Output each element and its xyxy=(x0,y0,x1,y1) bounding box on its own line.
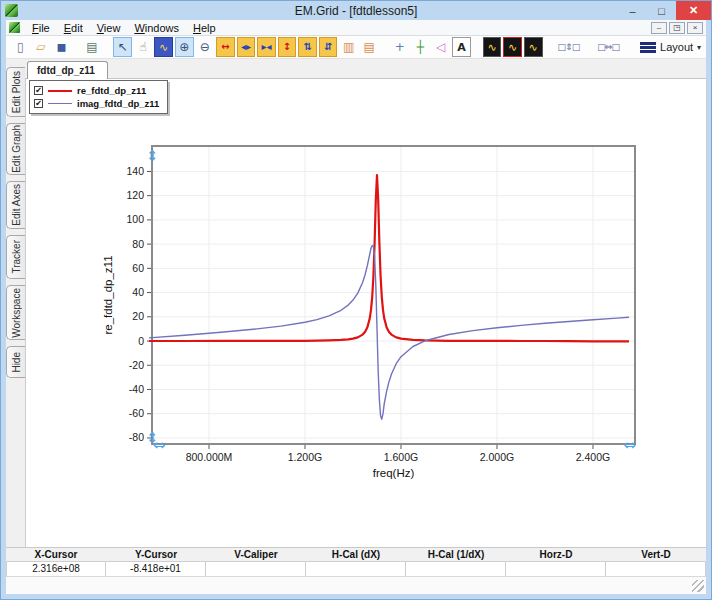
select-arrow-icon[interactable]: ↖ xyxy=(113,37,132,57)
status-value: 2.316e+08 xyxy=(6,561,106,577)
x-tick-label: 800.000M xyxy=(186,451,233,463)
expand-y-icon[interactable]: ↕ xyxy=(278,37,297,57)
zoom-in-icon[interactable]: ⊕ xyxy=(175,37,194,57)
legend-checkbox[interactable]: ✔ xyxy=(34,99,43,108)
status-header: Horz-D xyxy=(506,548,606,561)
sidebar-tab-edit-graph[interactable]: Edit Graph xyxy=(6,123,25,175)
scale-x-in-icon[interactable]: ▸◂ xyxy=(257,37,276,57)
sidebar-tab-tracker[interactable]: Tracker xyxy=(6,235,25,279)
sidebar-tab-hide[interactable]: Hide xyxy=(6,346,25,378)
sidebar-tab-label: Edit Plots xyxy=(11,65,22,119)
plot-canvas[interactable]: 800.000M1.200G1.600G2.000G2.400G-80-60-4… xyxy=(26,79,708,549)
crosshair-icon[interactable]: + xyxy=(391,37,410,57)
print-icon[interactable]: ▤ xyxy=(83,37,102,57)
scale-y-in-icon[interactable]: ⇵ xyxy=(319,37,338,57)
app-window: EM.Grid - [fdtdlesson5] – □ ✕ File Edit … xyxy=(0,0,712,600)
new-graph-icon[interactable]: ∿ xyxy=(524,37,543,57)
chevron-down-icon: ▾ xyxy=(697,43,701,52)
y-tick-label: 20 xyxy=(132,310,144,322)
y-tick-label: 40 xyxy=(132,286,144,298)
document-logo-icon xyxy=(9,22,20,33)
menu-windows[interactable]: Windows xyxy=(127,21,186,35)
copy-graph-icon[interactable]: ∿ xyxy=(483,37,502,57)
y-tick-label: 0 xyxy=(138,335,144,347)
zoom-out-icon[interactable]: ⊖ xyxy=(196,37,215,57)
toolbar: ▯▱◼▤↖☝∿⊕⊖↔◂▸▸◂↕⇅⇵▥▤+┼◁A∿∿∿□⇕□□⇔□Layout▾ xyxy=(6,36,706,59)
tracker-axes-icon[interactable]: ┼ xyxy=(411,37,430,57)
status-header: Vert-D xyxy=(606,548,706,561)
status-header: V-Caliper xyxy=(206,548,306,561)
text-annotation-icon[interactable]: A xyxy=(452,37,471,57)
legend-checkbox[interactable]: ✔ xyxy=(34,86,43,95)
new-file-icon[interactable]: ▯ xyxy=(11,37,30,57)
status-header: Y-Cursor xyxy=(106,548,206,561)
resize-grip[interactable] xyxy=(692,580,704,592)
tab-fdtd-dp-z11[interactable]: fdtd_dp_z11 xyxy=(27,61,108,79)
y-tick-label: 100 xyxy=(126,213,144,225)
y-tick-label: 120 xyxy=(126,189,144,201)
legend-line-sample xyxy=(48,90,72,92)
split-horizontal-icon[interactable]: ▤ xyxy=(360,37,379,57)
menu-view[interactable]: View xyxy=(90,21,128,35)
save-icon[interactable]: ◼ xyxy=(52,37,71,57)
x-cursor-right-icon[interactable]: ⇔ xyxy=(623,436,636,454)
layout-dropdown[interactable]: Layout▾ xyxy=(635,39,706,55)
sidebar-tab-label: Edit Graph xyxy=(11,119,22,179)
menu-help[interactable]: Help xyxy=(186,21,223,35)
close-button[interactable]: ✕ xyxy=(676,1,711,20)
sidebar-tab-label: Hide xyxy=(11,346,22,379)
y-tick-label: 80 xyxy=(132,238,144,250)
y-tick-label: -40 xyxy=(129,383,144,395)
sidebar-tab-edit-plots[interactable]: Edit Plots xyxy=(6,67,25,117)
menubar: File Edit View Windows Help – ◳ × xyxy=(6,20,706,36)
open-folder-icon[interactable]: ▱ xyxy=(32,37,51,57)
y-cursor-top-icon[interactable]: ⇕ xyxy=(146,147,159,165)
sidebar-tab-workspace[interactable]: Workspace xyxy=(6,285,25,340)
mdi-minimize-button[interactable]: – xyxy=(651,22,667,34)
menu-edit[interactable]: Edit xyxy=(57,21,90,35)
y-tick-label: -20 xyxy=(129,359,144,371)
x-cursor-left-icon[interactable]: ⇔ xyxy=(153,436,166,454)
pan-hand-icon[interactable]: ☝ xyxy=(134,37,153,57)
legend-label: re_fdtd_dp_z11 xyxy=(77,85,146,96)
layout-label: Layout xyxy=(660,41,693,53)
status-header: H-Cal (dX) xyxy=(306,548,406,561)
y-axis-label: re_fdtd_dp_z11 xyxy=(102,255,114,334)
legend-item: ✔imag_fdtd_dp_z11 xyxy=(34,97,159,110)
y-tick-label: -60 xyxy=(129,407,144,419)
graph-style-icon[interactable]: ∿ xyxy=(503,37,522,57)
x-tick-label: 1.600G xyxy=(384,451,418,463)
equal-v-spacing-icon[interactable]: □⇕□ xyxy=(555,37,583,57)
status-header: H-Cal (1/dX) xyxy=(406,548,506,561)
titlebar: EM.Grid - [fdtdlesson5] – □ ✕ xyxy=(1,1,711,20)
y-tick-label: -80 xyxy=(129,431,144,443)
menu-file[interactable]: File xyxy=(25,21,57,35)
sidebar-tab-label: Edit Axes xyxy=(11,178,22,232)
split-vertical-icon[interactable]: ▥ xyxy=(339,37,358,57)
mdi-restore-button[interactable]: ◳ xyxy=(669,22,685,34)
zoom-window-icon[interactable]: ∿ xyxy=(154,37,173,57)
status-header: X-Cursor xyxy=(6,548,106,561)
y-tick-label: 140 xyxy=(126,165,144,177)
plot-legend: ✔re_fdtd_dp_z11✔imag_fdtd_dp_z11 xyxy=(29,80,168,114)
cursor-statusbar: X-CursorY-CursorV-CaliperH-Cal (dX)H-Cal… xyxy=(6,547,706,576)
maximize-button[interactable]: □ xyxy=(647,1,676,20)
expand-x-icon[interactable]: ↔ xyxy=(216,37,235,57)
status-strip xyxy=(6,576,706,594)
status-value xyxy=(506,561,606,577)
status-value xyxy=(206,561,306,577)
x-tick-label: 2.000G xyxy=(480,451,514,463)
y-tick-label: 60 xyxy=(132,262,144,274)
minimize-button[interactable]: – xyxy=(618,1,647,20)
caliper-icon[interactable]: ◁ xyxy=(432,37,451,57)
sidebar-tab-edit-axes[interactable]: Edit Axes xyxy=(6,181,25,229)
mdi-close-button[interactable]: × xyxy=(687,22,703,34)
scale-y-out-icon[interactable]: ⇅ xyxy=(298,37,317,57)
plot-frame xyxy=(152,146,635,444)
x-axis-label: freq(Hz) xyxy=(373,467,415,479)
equal-h-spacing-icon[interactable]: □⇔□ xyxy=(594,37,622,57)
legend-item: ✔re_fdtd_dp_z11 xyxy=(34,84,159,97)
scale-x-out-icon[interactable]: ◂▸ xyxy=(237,37,256,57)
document-tabbar: fdtd_dp_z11 xyxy=(25,59,706,79)
status-value xyxy=(606,561,706,577)
